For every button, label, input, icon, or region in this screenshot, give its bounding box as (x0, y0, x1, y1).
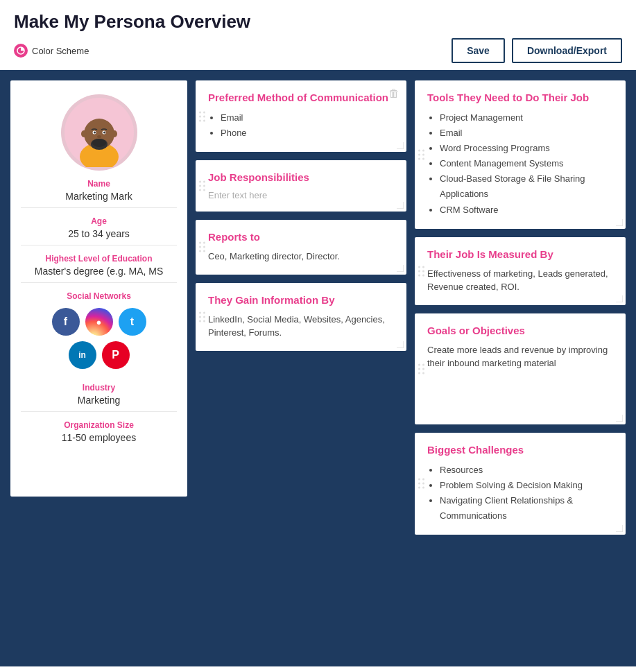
svg-point-12 (81, 130, 87, 137)
goals-title: Goals or Objectives (427, 325, 614, 336)
resize-handle[interactable] (397, 202, 404, 209)
reports-to-text: Ceo, Marketing director, Director. (208, 250, 395, 264)
download-button[interactable]: Download/Export (512, 38, 622, 63)
color-scheme-label: Color Scheme (32, 46, 89, 56)
facebook-icon[interactable]: f (52, 308, 80, 336)
drag-handle[interactable] (199, 111, 205, 121)
main-content: Name Marketing Mark Age 25 to 34 years H… (0, 70, 636, 666)
challenges-list: Resources Problem Solving & Decision Mak… (427, 463, 614, 524)
social-networks-label: Social Networks (21, 291, 177, 301)
list-item: CRM Software (440, 203, 614, 218)
social-icons-row-2: in P (21, 341, 177, 369)
org-size-label: Organization Size (21, 420, 177, 430)
gain-info-title: They Gain Information By (208, 294, 395, 306)
job-measured-card: Their Job Is Measured By Effectiveness o… (415, 237, 626, 305)
org-size-field: Organization Size 11-50 employees (21, 420, 177, 449)
drag-handle[interactable] (199, 181, 205, 191)
gain-info-text: LinkedIn, Social Media, Websites, Agenci… (208, 313, 395, 340)
save-button[interactable]: Save (452, 38, 505, 63)
challenges-title: Biggest Challenges (427, 444, 614, 456)
svg-point-9 (94, 132, 96, 134)
drag-handle[interactable] (418, 266, 424, 276)
list-item: Word Processing Programs (440, 141, 614, 156)
header-controls: Color Scheme Save Download/Export (14, 38, 622, 63)
industry-field: Industry Marketing (21, 383, 177, 412)
age-value: 25 to 34 years (21, 228, 177, 239)
header-buttons: Save Download/Export (452, 38, 622, 63)
job-measured-text: Effectiveness of marketing, Leads genera… (427, 267, 614, 294)
reports-to-card: Reports to Ceo, Marketing director, Dire… (196, 220, 406, 275)
resize-handle[interactable] (616, 415, 623, 422)
job-responsibilities-title: Job Responsibilities (208, 171, 395, 183)
page-title: Make My Persona Overview (14, 11, 622, 33)
preferred-comm-title: Preferred Method of Communication (208, 92, 395, 103)
gain-info-card: They Gain Information By LinkedIn, Socia… (196, 283, 406, 351)
social-networks-section: Social Networks f ● t in P (21, 291, 177, 374)
svg-point-13 (112, 130, 117, 137)
tools-card: Tools They Need to Do Their Job Project … (415, 80, 626, 229)
resize-handle[interactable] (397, 265, 404, 272)
resize-handle[interactable] (397, 341, 404, 348)
list-item: Content Management Systems (440, 156, 614, 171)
pinterest-icon[interactable]: P (102, 341, 130, 369)
education-label: Highest Level of Education (21, 254, 177, 264)
list-item: Problem Solving & Decision Making (440, 478, 614, 493)
svg-point-11 (97, 135, 101, 138)
delete-icon[interactable]: 🗑 (388, 87, 399, 100)
middle-column: 🗑 Preferred Method of Communication Emai… (196, 80, 406, 351)
reports-to-title: Reports to (208, 231, 395, 243)
profile-card: Name Marketing Mark Age 25 to 34 years H… (10, 80, 187, 497)
svg-point-10 (103, 132, 105, 134)
resize-handle[interactable] (616, 219, 623, 226)
list-item: Cloud-Based Storage & File Sharing Appli… (440, 171, 614, 202)
list-item: Email (440, 126, 614, 141)
age-field: Age 25 to 34 years (21, 216, 177, 245)
job-responsibilities-card: Job Responsibilities Enter text here (196, 160, 406, 212)
tools-title: Tools They Need to Do Their Job (427, 92, 614, 103)
instagram-icon[interactable]: ● (85, 308, 113, 336)
drag-handle[interactable] (199, 242, 205, 252)
resize-handle[interactable] (616, 525, 623, 532)
right-column: Tools They Need to Do Their Job Project … (415, 80, 626, 535)
twitter-icon[interactable]: t (119, 308, 146, 336)
resize-handle[interactable] (397, 142, 404, 149)
industry-value: Marketing (21, 395, 177, 406)
color-scheme-icon[interactable] (14, 44, 28, 58)
drag-handle[interactable] (418, 363, 424, 374)
preferred-comm-card: 🗑 Preferred Method of Communication Emai… (196, 80, 406, 152)
list-item: Resources (440, 463, 614, 478)
color-scheme-section: Color Scheme (14, 44, 89, 58)
drag-handle[interactable] (199, 311, 205, 322)
age-label: Age (21, 216, 177, 226)
linkedin-icon[interactable]: in (69, 341, 96, 369)
drag-handle[interactable] (418, 479, 424, 489)
list-item: Navigating Client Relationships & Commun… (440, 493, 614, 524)
tools-list: Project Management Email Word Processing… (427, 110, 614, 218)
drag-handle[interactable] (418, 149, 424, 160)
industry-label: Industry (21, 383, 177, 393)
list-item: Project Management (440, 110, 614, 126)
education-value: Master's degree (e.g. MA, MS (21, 266, 177, 277)
name-label: Name (21, 179, 177, 189)
goals-card: Goals or Objectives Create more leads an… (415, 313, 626, 424)
org-size-value: 11-50 employees (21, 432, 177, 443)
goals-text: Create more leads and revenue by improvi… (427, 343, 614, 370)
header: Make My Persona Overview Color Scheme Sa… (0, 0, 636, 70)
list-item: Email (221, 110, 395, 126)
content-grid: Name Marketing Mark Age 25 to 34 years H… (10, 80, 626, 535)
social-icons-row-1: f ● t (21, 308, 177, 336)
svg-point-6 (92, 139, 106, 147)
name-field: Name Marketing Mark (21, 179, 177, 208)
job-measured-title: Their Job Is Measured By (427, 248, 614, 260)
challenges-card: Biggest Challenges Resources Problem Sol… (415, 433, 626, 535)
job-responsibilities-placeholder[interactable]: Enter text here (208, 190, 395, 200)
resize-handle[interactable] (616, 295, 623, 302)
education-field: Highest Level of Education Master's degr… (21, 254, 177, 283)
list-item: Phone (221, 126, 395, 141)
name-value: Marketing Mark (21, 191, 177, 202)
avatar (61, 94, 137, 171)
preferred-comm-list: Email Phone (208, 110, 395, 141)
